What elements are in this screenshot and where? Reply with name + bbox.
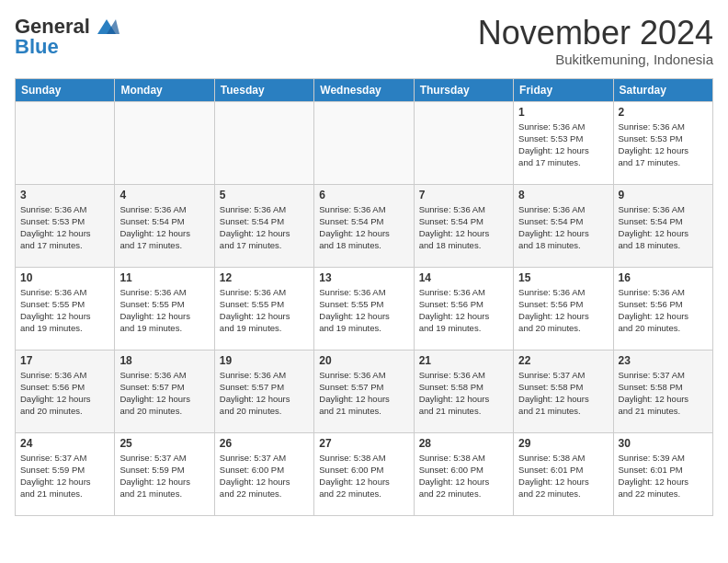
calendar-cell: 15Sunrise: 5:36 AM Sunset: 5:56 PM Dayli… [514, 267, 613, 350]
day-number: 1 [518, 106, 608, 119]
calendar-cell: 11Sunrise: 5:36 AM Sunset: 5:55 PM Dayli… [115, 267, 214, 350]
week-row-1: 1Sunrise: 5:36 AM Sunset: 5:53 PM Daylig… [16, 101, 713, 184]
day-number: 3 [20, 189, 109, 201]
day-info: Sunrise: 5:36 AM Sunset: 5:55 PM Dayligh… [220, 286, 309, 335]
day-info: Sunrise: 5:36 AM Sunset: 5:54 PM Dayligh… [419, 203, 508, 252]
day-info: Sunrise: 5:36 AM Sunset: 5:53 PM Dayligh… [20, 203, 109, 252]
day-info: Sunrise: 5:36 AM Sunset: 5:57 PM Dayligh… [319, 369, 408, 418]
day-number: 4 [119, 189, 209, 201]
calendar-cell: 13Sunrise: 5:36 AM Sunset: 5:55 PM Dayli… [314, 267, 414, 350]
day-number: 11 [119, 271, 209, 284]
calendar-cell [16, 101, 115, 184]
calendar-cell: 1Sunrise: 5:36 AM Sunset: 5:53 PM Daylig… [514, 101, 613, 184]
week-row-5: 24Sunrise: 5:37 AM Sunset: 5:59 PM Dayli… [16, 432, 713, 515]
calendar-cell: 20Sunrise: 5:36 AM Sunset: 5:57 PM Dayli… [314, 350, 414, 432]
location-subtitle: Bukitkemuning, Indonesia [478, 52, 713, 67]
day-info: Sunrise: 5:36 AM Sunset: 5:54 PM Dayligh… [319, 203, 408, 252]
day-info: Sunrise: 5:38 AM Sunset: 6:00 PM Dayligh… [319, 452, 408, 500]
calendar-cell: 2Sunrise: 5:36 AM Sunset: 5:53 PM Daylig… [613, 101, 712, 184]
day-info: Sunrise: 5:36 AM Sunset: 5:54 PM Dayligh… [518, 203, 608, 252]
calendar-cell: 12Sunrise: 5:36 AM Sunset: 5:55 PM Dayli… [214, 267, 313, 350]
day-info: Sunrise: 5:37 AM Sunset: 5:59 PM Dayligh… [119, 452, 209, 500]
calendar-cell [414, 101, 513, 184]
calendar-cell: 5Sunrise: 5:36 AM Sunset: 5:54 PM Daylig… [214, 184, 313, 267]
day-info: Sunrise: 5:36 AM Sunset: 5:57 PM Dayligh… [220, 369, 309, 418]
calendar-cell: 7Sunrise: 5:36 AM Sunset: 5:54 PM Daylig… [414, 184, 513, 267]
calendar-cell: 27Sunrise: 5:38 AM Sunset: 6:00 PM Dayli… [314, 432, 414, 515]
calendar-cell: 28Sunrise: 5:38 AM Sunset: 6:00 PM Dayli… [414, 432, 513, 515]
day-info: Sunrise: 5:36 AM Sunset: 5:55 PM Dayligh… [319, 286, 408, 335]
day-info: Sunrise: 5:36 AM Sunset: 5:54 PM Dayligh… [119, 203, 209, 252]
day-info: Sunrise: 5:37 AM Sunset: 5:59 PM Dayligh… [20, 452, 109, 500]
day-number: 9 [619, 189, 708, 201]
weekday-header-wednesday: Wednesday [314, 78, 414, 101]
day-info: Sunrise: 5:36 AM Sunset: 5:57 PM Dayligh… [119, 369, 209, 418]
day-number: 22 [518, 354, 608, 367]
day-number: 8 [518, 189, 608, 201]
day-info: Sunrise: 5:37 AM Sunset: 5:58 PM Dayligh… [518, 369, 608, 418]
day-number: 27 [319, 437, 408, 450]
day-number: 6 [319, 189, 408, 201]
day-number: 20 [319, 354, 408, 367]
day-info: Sunrise: 5:36 AM Sunset: 5:56 PM Dayligh… [619, 286, 708, 335]
calendar-cell: 9Sunrise: 5:36 AM Sunset: 5:54 PM Daylig… [613, 184, 712, 267]
weekday-header-sunday: Sunday [16, 78, 115, 101]
calendar-cell [214, 101, 313, 184]
day-info: Sunrise: 5:36 AM Sunset: 5:55 PM Dayligh… [20, 286, 109, 335]
calendar-cell: 18Sunrise: 5:36 AM Sunset: 5:57 PM Dayli… [115, 350, 214, 432]
day-number: 28 [419, 437, 508, 450]
day-info: Sunrise: 5:38 AM Sunset: 6:00 PM Dayligh… [419, 452, 508, 500]
calendar-cell: 6Sunrise: 5:36 AM Sunset: 5:54 PM Daylig… [314, 184, 414, 267]
calendar-cell: 29Sunrise: 5:38 AM Sunset: 6:01 PM Dayli… [514, 432, 613, 515]
calendar-cell: 24Sunrise: 5:37 AM Sunset: 5:59 PM Dayli… [16, 432, 115, 515]
day-number: 16 [619, 271, 708, 284]
day-info: Sunrise: 5:36 AM Sunset: 5:55 PM Dayligh… [119, 286, 209, 335]
month-title: November 2024 [478, 15, 713, 52]
weekday-header-thursday: Thursday [414, 78, 513, 101]
day-number: 15 [518, 271, 608, 284]
day-number: 24 [20, 437, 109, 450]
day-number: 10 [20, 271, 109, 284]
day-info: Sunrise: 5:36 AM Sunset: 5:56 PM Dayligh… [419, 286, 508, 335]
calendar-cell: 22Sunrise: 5:37 AM Sunset: 5:58 PM Dayli… [514, 350, 613, 432]
week-row-4: 17Sunrise: 5:36 AM Sunset: 5:56 PM Dayli… [16, 350, 713, 432]
calendar-cell [314, 101, 414, 184]
calendar-cell: 17Sunrise: 5:36 AM Sunset: 5:56 PM Dayli… [16, 350, 115, 432]
day-number: 21 [419, 354, 508, 367]
calendar-cell: 26Sunrise: 5:37 AM Sunset: 6:00 PM Dayli… [214, 432, 313, 515]
calendar-cell: 10Sunrise: 5:36 AM Sunset: 5:55 PM Dayli… [16, 267, 115, 350]
day-number: 18 [119, 354, 209, 367]
day-info: Sunrise: 5:39 AM Sunset: 6:01 PM Dayligh… [619, 452, 708, 500]
week-row-3: 10Sunrise: 5:36 AM Sunset: 5:55 PM Dayli… [16, 267, 713, 350]
day-info: Sunrise: 5:36 AM Sunset: 5:56 PM Dayligh… [20, 369, 109, 418]
day-number: 19 [220, 354, 309, 367]
logo-icon [94, 17, 119, 36]
day-number: 14 [419, 271, 508, 284]
calendar-cell: 30Sunrise: 5:39 AM Sunset: 6:01 PM Dayli… [613, 432, 712, 515]
weekday-header-tuesday: Tuesday [214, 78, 313, 101]
calendar-cell: 3Sunrise: 5:36 AM Sunset: 5:53 PM Daylig… [16, 184, 115, 267]
day-number: 25 [119, 437, 209, 450]
day-info: Sunrise: 5:36 AM Sunset: 5:54 PM Dayligh… [619, 203, 708, 252]
day-number: 5 [220, 189, 309, 201]
day-info: Sunrise: 5:36 AM Sunset: 5:56 PM Dayligh… [518, 286, 608, 335]
day-info: Sunrise: 5:37 AM Sunset: 6:00 PM Dayligh… [220, 452, 309, 500]
calendar-cell [115, 101, 214, 184]
calendar-cell: 8Sunrise: 5:36 AM Sunset: 5:54 PM Daylig… [514, 184, 613, 267]
page-header: General Blue November 2024 Bukitkemuning… [15, 15, 713, 67]
day-number: 17 [20, 354, 109, 367]
weekday-header-monday: Monday [115, 78, 214, 101]
calendar-table: SundayMondayTuesdayWednesdayThursdayFrid… [15, 78, 713, 516]
calendar-cell: 21Sunrise: 5:36 AM Sunset: 5:58 PM Dayli… [414, 350, 513, 432]
weekday-header-row: SundayMondayTuesdayWednesdayThursdayFrid… [16, 78, 713, 101]
calendar-cell: 16Sunrise: 5:36 AM Sunset: 5:56 PM Dayli… [613, 267, 712, 350]
week-row-2: 3Sunrise: 5:36 AM Sunset: 5:53 PM Daylig… [16, 184, 713, 267]
day-number: 13 [319, 271, 408, 284]
day-info: Sunrise: 5:36 AM Sunset: 5:58 PM Dayligh… [419, 369, 508, 418]
calendar-cell: 25Sunrise: 5:37 AM Sunset: 5:59 PM Dayli… [115, 432, 214, 515]
calendar-cell: 14Sunrise: 5:36 AM Sunset: 5:56 PM Dayli… [414, 267, 513, 350]
weekday-header-friday: Friday [514, 78, 613, 101]
day-number: 23 [619, 354, 708, 367]
day-number: 12 [220, 271, 309, 284]
calendar-cell: 4Sunrise: 5:36 AM Sunset: 5:54 PM Daylig… [115, 184, 214, 267]
